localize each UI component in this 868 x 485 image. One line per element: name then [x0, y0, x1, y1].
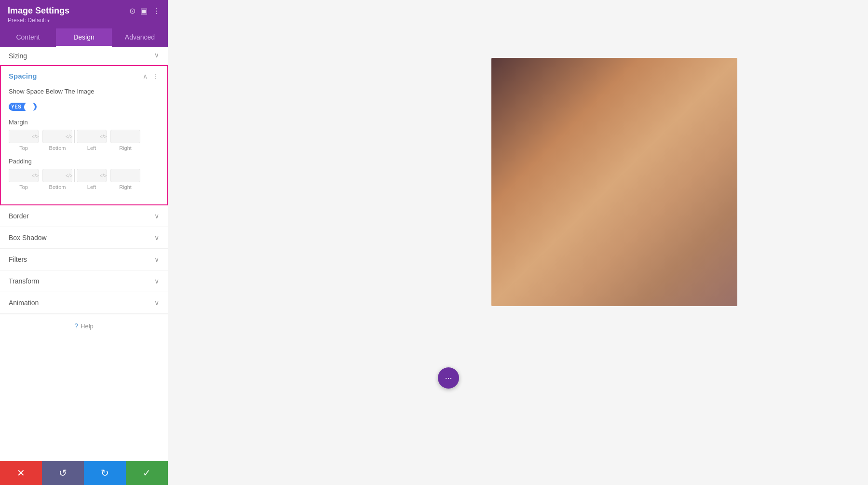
help-link[interactable]: ? Help	[8, 322, 160, 330]
margin-bottom-group: </> Bottom	[42, 130, 72, 151]
show-space-toggle[interactable]: YES	[9, 103, 37, 111]
border-label: Border	[9, 212, 29, 220]
spacing-section: Spacing ∧ ⋮ Show Space Below The Image Y…	[0, 65, 168, 205]
redo-button[interactable]: ↻	[84, 461, 126, 485]
margin-bottom-label: Bottom	[49, 145, 66, 151]
margin-left-link-icon[interactable]: </>	[100, 134, 107, 139]
padding-divider	[74, 169, 75, 182]
sizing-section[interactable]: Sizing ∧	[0, 47, 168, 65]
undo-button[interactable]: ↺	[42, 461, 84, 485]
margin-left-group: </> Top </> Bottom	[9, 130, 72, 151]
transform-chevron-icon: ∨	[154, 277, 159, 285]
margin-right-field-group: Right	[110, 130, 140, 151]
margin-left-field-group: </> Left	[77, 130, 107, 151]
spacing-header-icons: ∧ ⋮	[143, 72, 159, 80]
spacing-more-icon[interactable]: ⋮	[152, 72, 159, 80]
padding-left-link-icon[interactable]: </>	[100, 173, 107, 178]
target-icon[interactable]: ⊙	[129, 6, 136, 15]
border-section[interactable]: Border ∨	[0, 205, 168, 227]
padding-top-input[interactable]	[12, 172, 31, 179]
padding-right-input-wrap	[110, 169, 140, 182]
transform-section[interactable]: Transform ∨	[0, 270, 168, 292]
sidebar-footer: ? Help	[0, 314, 168, 337]
fab-button[interactable]: ···	[438, 367, 459, 389]
filters-chevron-icon: ∨	[154, 256, 159, 263]
cancel-button[interactable]: ✕	[0, 461, 42, 485]
animation-label: Animation	[9, 299, 39, 307]
spacing-body: Show Space Below The Image YES Margin	[1, 85, 167, 204]
undo-icon: ↺	[59, 467, 67, 479]
padding-left-input[interactable]	[80, 172, 99, 179]
transform-label: Transform	[9, 277, 39, 285]
tabs-bar: Content Design Advanced	[0, 28, 168, 47]
filters-label: Filters	[9, 256, 27, 263]
layout-icon[interactable]: ▣	[140, 6, 148, 15]
animation-section[interactable]: Animation ∨	[0, 292, 168, 314]
sizing-label: Sizing	[9, 52, 27, 60]
sidebar-content: Sizing ∧ Spacing ∧ ⋮ Show Space Below Th…	[0, 47, 168, 485]
tab-content[interactable]: Content	[0, 28, 56, 47]
padding-bottom-input-wrap: </>	[42, 169, 72, 182]
margin-left-label: Left	[87, 145, 96, 151]
bottom-bar: ✕ ↺ ↻ ✓	[0, 461, 168, 485]
padding-left-input-wrap: </>	[77, 169, 107, 182]
border-chevron-icon: ∨	[154, 212, 159, 220]
padding-top-label: Top	[19, 184, 28, 190]
animation-chevron-icon: ∨	[154, 299, 159, 307]
box-shadow-section[interactable]: Box Shadow ∨	[0, 227, 168, 249]
margin-right-group: </> Left Right	[77, 130, 140, 151]
box-shadow-chevron-icon: ∨	[154, 234, 159, 242]
margin-divider	[74, 130, 75, 143]
help-icon: ?	[74, 322, 78, 330]
redo-icon: ↻	[101, 467, 109, 479]
main-content: ···	[168, 0, 868, 485]
margin-fields-row: </> Top </> Bottom	[9, 130, 159, 151]
margin-bottom-input-wrap: </>	[42, 130, 72, 143]
spacing-title: Spacing	[9, 72, 37, 80]
padding-left-label: Left	[87, 184, 96, 190]
image-preview	[491, 58, 737, 306]
sizing-chevron-icon: ∧	[154, 52, 159, 60]
margin-bottom-link-icon[interactable]: </>	[66, 134, 72, 139]
spacing-header: Spacing ∧ ⋮	[1, 66, 167, 85]
padding-top-link-icon[interactable]: </>	[32, 173, 39, 178]
filters-section[interactable]: Filters ∨	[0, 249, 168, 270]
margin-right-input-wrap	[110, 130, 140, 143]
margin-label: Margin	[9, 119, 159, 126]
fab-icon: ···	[445, 373, 452, 383]
padding-bottom-input[interactable]	[45, 172, 65, 179]
show-space-toggle-row: Show Space Below The Image	[9, 88, 159, 95]
padding-right-label: Right	[119, 184, 132, 190]
help-label: Help	[81, 323, 94, 330]
margin-bottom-input[interactable]	[45, 133, 65, 140]
save-icon: ✓	[143, 467, 151, 479]
margin-top-group: </> Top	[9, 130, 39, 151]
save-button[interactable]: ✓	[126, 461, 168, 485]
padding-right-group: </> Left Right	[77, 169, 140, 190]
margin-top-link-icon[interactable]: </>	[32, 134, 39, 139]
margin-top-input-wrap: </>	[9, 130, 39, 143]
margin-left-input-wrap: </>	[77, 130, 107, 143]
tab-design[interactable]: Design	[56, 28, 112, 47]
margin-top-input[interactable]	[12, 133, 31, 140]
margin-right-input[interactable]	[113, 133, 133, 140]
tab-advanced[interactable]: Advanced	[112, 28, 168, 47]
padding-top-input-wrap: </>	[9, 169, 39, 182]
margin-left-input[interactable]	[80, 133, 99, 140]
padding-right-input[interactable]	[113, 172, 133, 179]
padding-label: Padding	[9, 158, 159, 165]
padding-right-field-group: Right	[110, 169, 140, 190]
padding-fields-row: </> Top </> Bottom	[9, 169, 159, 190]
spacing-collapse-icon[interactable]: ∧	[143, 72, 148, 80]
margin-top-label: Top	[19, 145, 28, 151]
margin-right-label: Right	[119, 145, 132, 151]
settings-sidebar: Image Settings ⊙ ▣ ⋮ Preset: Default Con…	[0, 0, 168, 485]
preset-label[interactable]: Preset: Default	[8, 17, 160, 24]
padding-left-group: </> Top </> Bottom	[9, 169, 72, 190]
padding-bottom-link-icon[interactable]: </>	[66, 173, 72, 178]
show-space-label: Show Space Below The Image	[9, 88, 95, 95]
toggle-knob	[24, 102, 35, 112]
sidebar-title: Image Settings	[8, 6, 69, 16]
padding-bottom-group: </> Bottom	[42, 169, 72, 190]
more-icon[interactable]: ⋮	[152, 6, 160, 15]
